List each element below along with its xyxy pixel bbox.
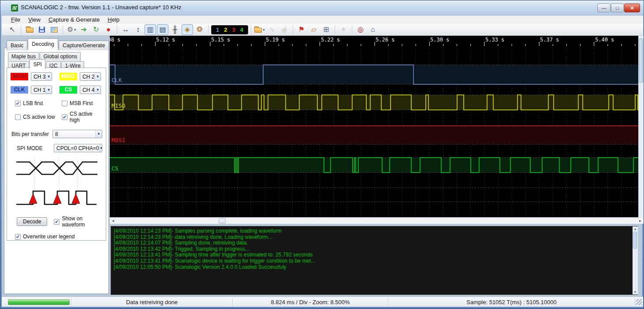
checkbox-label: CS active high: [70, 111, 102, 123]
help-button[interactable]: ◎: [355, 24, 366, 35]
svg-text:CS: CS: [112, 165, 119, 172]
open-recent-button[interactable]: ▾: [254, 24, 265, 35]
svg-text:5.40 s: 5.40 s: [595, 37, 614, 43]
scroll-left-arrow-icon[interactable]: ◄: [111, 219, 115, 223]
scrollbar-thumb[interactable]: [633, 232, 637, 249]
maximize-button[interactable]: □: [611, 4, 624, 12]
tab-spi[interactable]: SPI: [30, 59, 45, 69]
home-button[interactable]: ⌂: [367, 24, 379, 35]
fit-horizontal-button[interactable]: ↔: [120, 24, 131, 35]
run-icon: ➔: [81, 26, 86, 33]
settings-button[interactable]: ⚙▾: [66, 24, 77, 35]
channel-2-indicator: 2: [224, 26, 227, 33]
channel-select-clk[interactable]: CH 1▼: [31, 86, 52, 94]
close-button[interactable]: ✕: [624, 4, 640, 12]
log-line: [4/09/2010 12:05:50 PM]- Scanalogic Vers…: [114, 264, 637, 271]
chevron-down-icon: ▼: [99, 144, 102, 152]
bits-per-transfer-select[interactable]: 8 ▼: [52, 130, 102, 138]
spi-mode-label: SPI MODE: [17, 145, 43, 151]
spi-mode-select[interactable]: CPOL=0 CPHA=0 ▼: [54, 144, 102, 152]
time-ruler[interactable]: 5.08 s5.12 s5.15 s5.19 s5.22 s5.26 s5.30…: [110, 36, 638, 46]
toolbar-separator: [293, 25, 293, 34]
toggle-horizontal-grid-button[interactable]: ▤: [157, 24, 168, 35]
tab-basic[interactable]: Basic: [7, 41, 27, 50]
toolbar-separator: [21, 25, 21, 34]
signal-label-miso: MISO: [60, 73, 77, 80]
stop-button[interactable]: ●: [103, 24, 114, 35]
cursor-tool-button[interactable]: ↖: [7, 24, 18, 35]
checkbox-lsb-first[interactable]: LSB first: [15, 100, 61, 106]
show-on-waveform-checkbox[interactable]: Show on waveform: [54, 215, 103, 228]
app-icon: [11, 4, 18, 11]
tab-capture-generate[interactable]: Capture/Generate: [59, 41, 109, 50]
scrollbar-thumb[interactable]: [639, 38, 643, 83]
menu-item-file[interactable]: File: [7, 15, 24, 24]
checkbox-msb-first[interactable]: MSB First: [62, 100, 102, 106]
scroll-right-arrow-icon[interactable]: ►: [638, 219, 643, 223]
menu-item-help[interactable]: Help: [104, 15, 123, 24]
waveform-plot[interactable]: CLKMISOMOSICS: [110, 46, 638, 217]
resize-grip[interactable]: [636, 299, 642, 305]
channel-select-value: CH 3: [34, 74, 45, 80]
scroll-up-arrow-icon[interactable]: ▲: [633, 227, 638, 230]
spi-signal-cs: CSCH 4▼: [60, 86, 102, 94]
menu-item-view[interactable]: View: [24, 15, 45, 24]
help-icon: ◎: [357, 26, 364, 33]
run-repeat-button[interactable]: ↻: [90, 24, 102, 35]
channel-select-cs[interactable]: CH 4▼: [80, 86, 101, 94]
svg-text:5.15 s: 5.15 s: [211, 37, 230, 43]
overwrite-user-legend-checkbox[interactable]: Overwrite user legend: [15, 234, 103, 240]
checkbox-icon: [54, 219, 60, 225]
waveform-vertical-scrollbar[interactable]: [638, 36, 644, 218]
svg-text:MOSI: MOSI: [112, 137, 125, 143]
window-controls: — □ ✕: [597, 4, 640, 12]
scrollbar-thumb[interactable]: [219, 219, 226, 223]
decode-row: Decode Show on waveform: [17, 215, 103, 228]
decode-button[interactable]: Decode: [17, 217, 47, 226]
fit-vertical-button[interactable]: ↕: [132, 24, 144, 35]
channel-1-indicator: 1: [216, 26, 219, 33]
channel-select-mosi[interactable]: CH 3▼: [31, 72, 52, 81]
log-line: [4/09/2010 12:13:42 PM]- Trigged, Sampli…: [114, 246, 637, 252]
checkbox-icon: [62, 101, 67, 106]
channel-indicator-button[interactable]: 1234: [211, 25, 248, 34]
chevron-down-icon: ▼: [94, 73, 101, 80]
toggle-vertical-grid-button[interactable]: ▥: [145, 24, 156, 35]
scroll-down-arrow-icon[interactable]: ▼: [633, 290, 638, 294]
signal-label-mosi: MOSI: [11, 73, 28, 80]
channel-3-indicator: 3: [232, 26, 235, 33]
save-button[interactable]: [36, 24, 48, 35]
checkbox-cs-active-low[interactable]: CS active low: [15, 111, 61, 123]
run-button[interactable]: ➔: [78, 24, 89, 35]
checkbox-cs-active-high[interactable]: CS active high: [62, 111, 102, 123]
open-file-button[interactable]: [24, 24, 35, 35]
channel-select-value: CH 4: [82, 87, 94, 93]
toggle-labels-button[interactable]: ◈: [182, 24, 193, 35]
channel-select-miso[interactable]: CH 2▼: [80, 72, 101, 81]
log-line: [4/09/2010 12:14:23 PM]- data retreiving…: [114, 234, 637, 241]
menu-item-capture-generate[interactable]: Capture & Generate: [45, 15, 104, 24]
tab-decoding[interactable]: Decoding: [28, 38, 58, 50]
log-vertical-scrollbar[interactable]: ▲ ▼: [633, 226, 638, 294]
chevron-down-icon: ▼: [45, 73, 52, 80]
bookmark-button[interactable]: ⚑: [296, 24, 307, 35]
chevron-down-icon: ▼: [45, 86, 52, 94]
toolbar-separator: [117, 25, 117, 34]
minimize-button[interactable]: —: [597, 4, 610, 12]
svg-text:5.08 s: 5.08 s: [110, 37, 120, 43]
calculator-button[interactable]: ⊞: [320, 24, 332, 35]
svg-text:5.26 s: 5.26 s: [376, 37, 395, 43]
waveform-horizontal-scrollbar[interactable]: ◄ ►: [110, 218, 644, 224]
colors-palette-button[interactable]: ❂: [194, 24, 205, 35]
measure-ruler-button[interactable]: ▱: [308, 24, 320, 35]
svg-text:5.22 s: 5.22 s: [321, 37, 340, 43]
menu-bar: FileViewCapture & GenerateHelp: [2, 15, 643, 24]
channel-spacing-button[interactable]: ╫: [169, 24, 181, 35]
status-bar: Data retreiving done 8.824 ms / Div - Zo…: [2, 297, 643, 307]
save-icon: [39, 26, 45, 33]
export-image-button[interactable]: [48, 24, 60, 35]
svg-text:5.19 s: 5.19 s: [266, 37, 285, 43]
spi-signal-mosi: MOSICH 3▼: [11, 72, 53, 81]
chevron-down-icon: ▼: [94, 86, 101, 94]
svg-text:5.12 s: 5.12 s: [156, 37, 175, 43]
